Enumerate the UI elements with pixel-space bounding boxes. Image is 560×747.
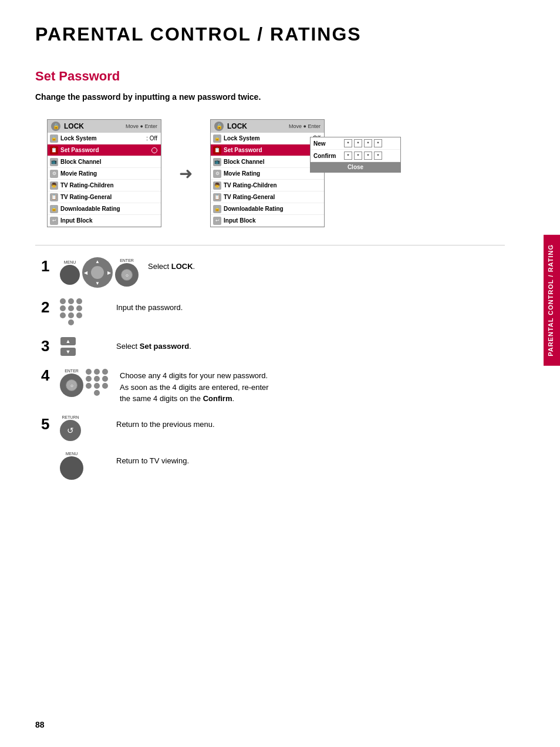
menu-left-item-downloadable: 🔒 Downloadable Rating	[48, 203, 161, 215]
step-4-number: 4	[41, 366, 50, 385]
r-movie-rating-text: Movie Rating	[224, 170, 321, 177]
menu-left: 🔒 LOCK Move ● Enter 🔒 Lock System : Off …	[47, 119, 161, 227]
menu-left-item-tv-children: 👦 TV Rating-Children	[48, 180, 161, 191]
step-6-text: Return to TV viewing.	[116, 452, 189, 467]
arrow-icon: ➜	[179, 164, 193, 183]
r-movie-rating-icon: ⚙	[213, 170, 221, 178]
popup-confirm-dots: * * * *	[344, 152, 382, 160]
np-3	[76, 298, 82, 304]
step-2-text: Input the password.	[116, 298, 183, 314]
menu-right: 🔒 LOCK Move ● Enter 🔒 Lock System : Off …	[210, 119, 325, 227]
nav-down-1: ▼	[95, 281, 100, 286]
enter-label-1: ENTER	[120, 258, 134, 263]
popup-confirm-dot-2: *	[354, 152, 362, 160]
popup-confirm-dot-4: *	[374, 152, 382, 160]
side-tab-label: PARENTAL CONTROL / RATING	[547, 244, 554, 356]
return-btn-5: RETURN ↺	[60, 415, 81, 441]
tv-children-text: TV Rating-Children	[60, 182, 157, 189]
input-block-icon: ↩	[50, 217, 58, 225]
r-lock-system-icon: 🔒	[213, 134, 221, 143]
menu-button-group-6: MENU	[60, 452, 83, 480]
menu-button-group-1: MENU	[60, 260, 80, 285]
r-tv-children-text: TV Rating-Children	[224, 182, 321, 189]
np4-5	[94, 376, 100, 382]
step-4-icons: ENTER ⊙	[60, 366, 110, 397]
enter-inner-1: ⊙	[121, 269, 133, 281]
menu-label-1: MENU	[64, 260, 76, 264]
nav-left-1: ◀	[84, 270, 87, 275]
popup-new-dots: * * * *	[344, 139, 382, 147]
menu-right-item-downloadable: 🔒 Downloadable Rating	[211, 203, 324, 215]
np-0	[68, 319, 74, 325]
menu-right-item-lock-system: 🔒 Lock System : Off	[211, 133, 324, 144]
np-7	[60, 312, 66, 318]
menu-btn-6[interactable]	[60, 456, 83, 480]
step-1-number: 1	[41, 257, 50, 275]
step-5-icons: RETURN ↺	[60, 415, 107, 441]
menu-left-item-block-channel: 📺 Block Channel	[48, 156, 161, 168]
tv-children-icon: 👦	[50, 181, 58, 190]
enter-button-group-1: ENTER ⊙	[115, 258, 139, 287]
return-circle-5[interactable]: ↺	[60, 420, 81, 441]
popup-close-button[interactable]: Close	[311, 162, 400, 172]
menu-btn-1[interactable]	[60, 265, 80, 285]
menu-label-6: MENU	[66, 452, 78, 456]
nav-inner-1	[91, 266, 104, 279]
enter-label-4: ENTER	[65, 369, 79, 373]
popup-new-row: New * * * *	[311, 137, 400, 150]
movie-rating-icon: ⚙	[50, 170, 58, 178]
step-3-row: 3 ▲ ▼ Select Set password.	[41, 337, 505, 356]
input-block-text: Input Block	[60, 217, 157, 224]
r-input-block-text: Input Block	[224, 217, 321, 224]
chevron-up-3[interactable]: ▲	[60, 337, 76, 345]
up-down-3: ▲ ▼	[60, 337, 76, 356]
enter-btn-1[interactable]: ⊙	[115, 263, 139, 287]
np4-0	[94, 390, 100, 396]
np4-1	[86, 369, 92, 375]
np4-4	[86, 376, 92, 382]
step-1-row: 1 MENU ▲ ▼ ◀ ▶	[41, 257, 505, 288]
np4-3	[102, 369, 108, 375]
step-2-number: 2	[41, 298, 50, 317]
enter-btn-4[interactable]: ⊙	[60, 374, 83, 397]
r-block-channel-text: Block Channel	[224, 159, 321, 165]
side-tab: PARENTAL CONTROL / RATING	[544, 235, 560, 366]
steps-section: 1 MENU ▲ ▼ ◀ ▶	[35, 257, 505, 480]
step-3-icons: ▲ ▼	[60, 337, 107, 356]
set-password-circle	[151, 147, 157, 153]
popup-new-label: New	[313, 140, 342, 147]
nav-right-1: ▶	[107, 270, 111, 275]
lock-icon-right: 🔒	[214, 122, 224, 131]
np-5	[68, 305, 74, 311]
popup-new-dot-3: *	[364, 139, 372, 147]
menu-left-nav: Move ● Enter	[126, 123, 157, 129]
nav-cluster-1: ▲ ▼ ◀ ▶	[82, 257, 113, 288]
return-label-5: RETURN	[62, 415, 79, 419]
np4-2	[94, 369, 100, 375]
menu-left-item-set-password: 📋 Set Password	[48, 144, 161, 156]
chevron-down-3[interactable]: ▼	[60, 348, 76, 356]
downloadable-icon: 🔒	[50, 205, 58, 213]
step-6-icons: MENU	[60, 452, 107, 480]
step-1-icons: MENU ▲ ▼ ◀ ▶ ENTER	[60, 257, 139, 288]
step-4-text: Choose any 4 digits for your new passwor…	[120, 366, 269, 405]
popup-confirm-row: Confirm * * * *	[311, 150, 400, 162]
tv-general-text: TV Rating-General	[60, 194, 157, 200]
nav-up-1: ▲	[95, 259, 100, 264]
step-6-row: 6 MENU Return to TV viewing.	[41, 452, 505, 480]
menu-right-wrapper: 🔒 LOCK Move ● Enter 🔒 Lock System : Off …	[210, 119, 325, 227]
np4-9	[102, 383, 108, 389]
menu-left-item-movie-rating: ⚙ Movie Rating	[48, 168, 161, 180]
step-5-number: 5	[41, 415, 50, 433]
r-set-password-icon: 📋	[213, 146, 221, 154]
menu-left-item-input-block: ↩ Input Block	[48, 215, 161, 227]
r-block-channel-icon: 📺	[213, 158, 221, 166]
step-1-text: Select LOCK.	[148, 257, 195, 272]
diagrams-row: 🔒 LOCK Move ● Enter 🔒 Lock System : Off …	[47, 119, 505, 227]
menu-right-nav: Move ● Enter	[289, 123, 321, 129]
popup-confirm-dot-1: *	[344, 152, 352, 160]
menu-left-item-tv-general: 📋 TV Rating-General	[48, 191, 161, 203]
set-password-icon: 📋	[50, 146, 58, 154]
menu-right-item-block-channel: 📺 Block Channel	[211, 156, 324, 168]
nav-outer-1: ▲ ▼ ◀ ▶	[82, 257, 113, 288]
